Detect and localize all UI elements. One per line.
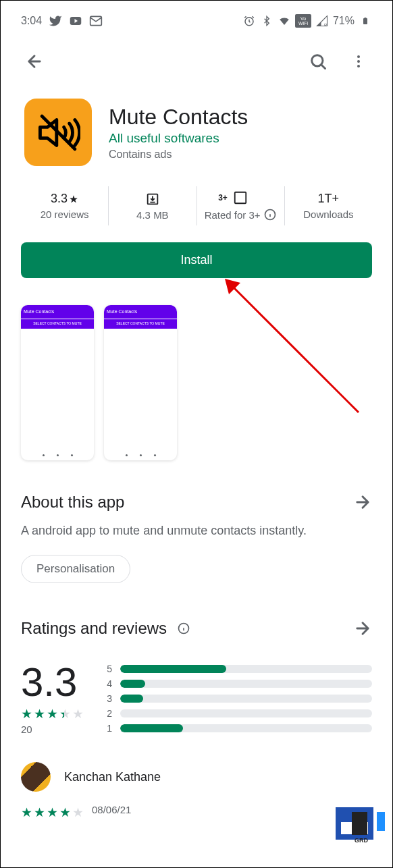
stat-rating-value: 3.3 (51, 192, 68, 206)
about-description: A android app to mute and unmute contact… (21, 524, 372, 538)
rating-bars: 5 4 3 2 1 (104, 662, 372, 735)
rating-bar-row: 3 (104, 693, 372, 704)
stat-content-rating[interactable]: 3+ Rated for 3+ (197, 186, 285, 225)
screenshot-2[interactable]: Mute Contacts SELECT CONTACTS TO MUTE (104, 305, 177, 460)
rating-bar-label: 3 (104, 693, 112, 704)
about-title: About this app (21, 493, 124, 512)
stat-size-label: 4.3 MB (136, 209, 169, 221)
stat-rating-label: 20 reviews (41, 209, 89, 220)
ratings-title: Ratings and reviews (21, 619, 167, 638)
stat-downloads-value: 1T+ (318, 192, 340, 206)
vowifi-icon: VoWiFi (295, 14, 311, 28)
arrow-right-icon (353, 493, 372, 512)
alarm-icon (242, 14, 256, 28)
app-ads-notice: Contains ads (109, 148, 248, 161)
rating-bar-row: 2 (104, 708, 372, 719)
rating-bar-label: 4 (104, 678, 112, 689)
rating-bar-label: 1 (104, 723, 112, 734)
app-info: Mute Contacts All useful softwares Conta… (109, 99, 248, 166)
youtube-icon (69, 14, 82, 28)
about-header[interactable]: About this app (21, 493, 372, 512)
stat-content-label: Rated for 3+ (205, 209, 261, 221)
rating-stars (21, 708, 84, 720)
rating-bar-fill (120, 680, 145, 688)
rating-bar-bg (120, 665, 372, 673)
rating-bar-bg (120, 695, 372, 703)
install-button[interactable]: Install (21, 242, 372, 278)
rating-bar-fill (120, 695, 143, 703)
svg-point-10 (357, 65, 360, 67)
stat-rating[interactable]: 3.3 20 reviews (21, 186, 109, 225)
install-button-label: Install (180, 253, 212, 267)
app-icon (24, 99, 92, 166)
stat-downloads-label: Downloads (303, 209, 353, 220)
battery-pct: 71% (333, 15, 355, 27)
twitter-icon (49, 14, 62, 28)
rating-overall: 3.3 20 (21, 662, 84, 735)
screenshots[interactable]: Mute Contacts SELECT CONTACTS TO MUTE Mu… (1, 278, 392, 481)
rating-bar-label: 2 (104, 708, 112, 719)
rating-summary: 3.3 20 5 4 3 2 1 (1, 662, 392, 735)
signal-icon: R (315, 14, 329, 28)
rating-bar-row: 1 (104, 723, 372, 734)
svg-text:R: R (324, 23, 328, 27)
svg-point-8 (357, 55, 360, 58)
about-section: About this app A android app to mute and… (1, 481, 392, 595)
svg-rect-19 (377, 812, 385, 831)
rating-bar-fill (120, 665, 226, 673)
status-bar: 3:04 VoWiFi R 71% (1, 1, 392, 34)
stat-size: 4.3 MB (109, 186, 196, 225)
rating-bar-bg (120, 724, 372, 732)
arrow-right-icon (353, 619, 372, 638)
ratings-header[interactable]: Ratings and reviews (21, 619, 372, 638)
watermark-logo: GRD (335, 807, 389, 844)
category-tag[interactable]: Personalisation (21, 555, 130, 583)
rating-bar-label: 5 (104, 663, 112, 674)
info-icon[interactable] (177, 622, 190, 635)
review-stars (21, 807, 84, 818)
review-author: Kanchan Kathane (64, 770, 161, 784)
rating-bar-row: 5 (104, 663, 372, 674)
review-avatar (21, 762, 51, 792)
stats-row: 3.3 20 reviews 4.3 MB 3+ Rated for 3+ 1T… (1, 186, 392, 225)
svg-text:GRD: GRD (355, 837, 369, 844)
download-size-icon (145, 192, 160, 207)
gmail-icon (89, 14, 103, 28)
battery-icon (359, 14, 372, 28)
status-time: 3:04 (21, 15, 42, 27)
rating-bar-row: 4 (104, 678, 372, 689)
svg-rect-12 (235, 192, 246, 204)
ratings-section: Ratings and reviews (1, 595, 392, 662)
app-header: Mute Contacts All useful softwares Conta… (1, 88, 392, 186)
content-rating-icon (233, 190, 248, 205)
search-button[interactable] (305, 48, 332, 75)
wifi-icon (278, 14, 291, 28)
stat-downloads: 1T+ Downloads (285, 186, 372, 225)
app-title: Mute Contacts (109, 105, 248, 130)
more-options-button[interactable] (345, 48, 372, 75)
rating-number: 3.3 (21, 662, 84, 703)
status-left: 3:04 (21, 14, 103, 28)
review-date: 08/06/21 (92, 804, 131, 815)
back-button[interactable] (21, 48, 48, 75)
top-bar (1, 34, 392, 88)
app-developer[interactable]: All useful softwares (109, 131, 248, 146)
rating-bar-bg (120, 680, 372, 688)
rating-count: 20 (21, 724, 84, 735)
review-item: Kanchan Kathane 08/06/21 (1, 735, 392, 818)
rating-bar-fill (120, 724, 183, 732)
rating-bar-bg (120, 709, 372, 717)
bluetooth-icon (260, 14, 273, 28)
svg-rect-5 (365, 18, 367, 19)
status-right: VoWiFi R 71% (242, 14, 372, 28)
svg-point-9 (357, 60, 360, 63)
screenshot-1[interactable]: Mute Contacts SELECT CONTACTS TO MUTE (21, 305, 94, 460)
